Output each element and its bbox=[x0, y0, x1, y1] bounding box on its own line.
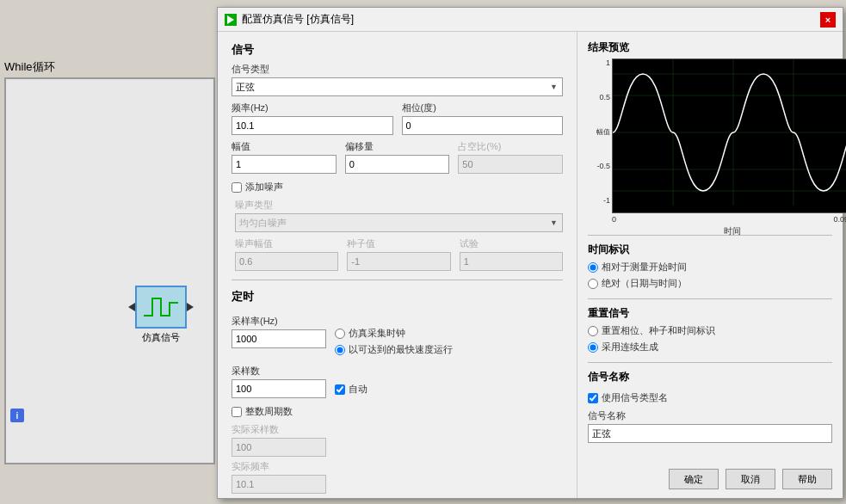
chart-svg bbox=[613, 59, 846, 206]
info-icon[interactable]: i bbox=[10, 409, 24, 422]
phase-input[interactable] bbox=[402, 116, 564, 135]
integer-periods-checkbox[interactable] bbox=[232, 407, 242, 417]
cancel-button[interactable]: 取消 bbox=[726, 469, 775, 489]
seed-col: 种子值 bbox=[347, 232, 450, 271]
dialog-body: 信号 信号类型 正弦 频率(Hz) 相位(度) 幅值 bbox=[218, 32, 843, 498]
trial-label: 试验 bbox=[460, 237, 563, 250]
amplitude-label: 幅值 bbox=[232, 140, 337, 153]
phase-label: 相位(度) bbox=[402, 101, 564, 114]
dialog-title: 配置仿真信号 [仿真信号] bbox=[242, 12, 354, 27]
actual-samples-label: 实际采样数 bbox=[232, 423, 563, 436]
sim-clock-label: 仿真采集时钟 bbox=[349, 327, 405, 340]
sample-count-input[interactable] bbox=[232, 379, 326, 398]
time-rel-radio[interactable] bbox=[588, 262, 598, 273]
dialog-footer: 确定 取消 帮助 bbox=[669, 469, 832, 489]
actual-params-section: 实际采样数 实际频率 bbox=[232, 423, 563, 494]
sim-clock-radio[interactable] bbox=[335, 329, 345, 339]
auto-checkbox[interactable] bbox=[335, 384, 345, 395]
chart-outer: 1 0.5 幅值 -0.5 -1 bbox=[612, 58, 846, 226]
add-noise-label: 添加噪声 bbox=[245, 181, 283, 194]
signal-type-select[interactable]: 正弦 bbox=[232, 77, 563, 96]
fastest-row[interactable]: 以可达到的最快速度运行 bbox=[335, 343, 563, 356]
signal-name-section: 信号名称 使用信号类型名 信号名称 bbox=[588, 362, 832, 443]
sample-rate-col: 采样率(Hz) bbox=[232, 310, 326, 356]
use-type-name-row[interactable]: 使用信号类型名 bbox=[588, 391, 832, 404]
time-rel-label: 相对于测量开始时间 bbox=[602, 261, 687, 274]
samples-auto-row: 采样数 自动 bbox=[232, 360, 563, 398]
auto-label: 自动 bbox=[349, 383, 367, 396]
help-button[interactable]: 帮助 bbox=[782, 469, 832, 489]
sample-count-label: 采样数 bbox=[232, 365, 326, 378]
y-label-neg1: -1 bbox=[590, 196, 610, 205]
signal-arrow-right bbox=[187, 303, 194, 311]
signal-name-title: 信号名称 bbox=[588, 370, 832, 384]
dialog-titlebar: 配置仿真信号 [仿真信号] × bbox=[218, 8, 843, 32]
trial-col: 试验 bbox=[460, 232, 563, 271]
repeat-phase-row[interactable]: 重置相位、种子和时间标识 bbox=[588, 324, 832, 337]
signal-name-input[interactable] bbox=[588, 424, 832, 443]
x-label-end: 0.099 bbox=[833, 215, 846, 224]
close-button[interactable]: × bbox=[820, 12, 836, 28]
preview-title: 结果预览 bbox=[588, 40, 832, 55]
signal-section-title: 信号 bbox=[232, 42, 563, 58]
duty-col: 占空比(%) bbox=[458, 135, 563, 174]
add-noise-checkbox[interactable] bbox=[232, 182, 242, 193]
repeat-cont-row[interactable]: 采用连续生成 bbox=[588, 341, 832, 353]
repeat-cont-label: 采用连续生成 bbox=[602, 341, 658, 353]
time-abs-label: 绝对（日期与时间） bbox=[602, 277, 687, 290]
signal-type-wrapper[interactable]: 正弦 bbox=[232, 77, 563, 96]
integer-periods-row[interactable]: 整数周期数 bbox=[232, 405, 563, 418]
y-label-05: 0.5 bbox=[590, 93, 610, 101]
auto-row[interactable]: 自动 bbox=[335, 383, 367, 396]
noise-type-label: 噪声类型 bbox=[235, 199, 563, 212]
timing-radios: 仿真采集时钟 以可达到的最快速度运行 bbox=[335, 310, 563, 356]
confirm-button[interactable]: 确定 bbox=[669, 469, 719, 489]
amplitude-input[interactable] bbox=[232, 155, 337, 174]
time-id-title: 时间标识 bbox=[588, 243, 832, 257]
auto-checkbox-wrapper[interactable]: 自动 bbox=[335, 362, 367, 396]
repeat-cont-radio[interactable] bbox=[588, 342, 598, 353]
offset-label: 偏移量 bbox=[345, 140, 450, 153]
trial-input bbox=[460, 252, 563, 271]
x-label-start: 0 bbox=[612, 215, 616, 224]
noise-amp-col: 噪声幅值 bbox=[235, 232, 338, 271]
duty-input bbox=[458, 155, 563, 174]
phase-col: 相位(度) bbox=[402, 96, 564, 135]
sample-rate-input[interactable] bbox=[232, 329, 326, 348]
seed-input bbox=[347, 252, 450, 271]
chart-y-labels: 1 0.5 幅值 -0.5 -1 bbox=[590, 58, 610, 205]
sample-rate-label: 采样率(Hz) bbox=[232, 315, 326, 328]
amp-offset-duty-row: 幅值 偏移量 占空比(%) bbox=[232, 135, 563, 174]
time-abs-row[interactable]: 绝对（日期与时间） bbox=[588, 277, 832, 290]
offset-col: 偏移量 bbox=[345, 135, 450, 174]
offset-input[interactable] bbox=[345, 155, 450, 174]
freq-phase-row: 频率(Hz) 相位(度) bbox=[232, 96, 563, 135]
freq-label: 频率(Hz) bbox=[232, 101, 393, 114]
use-type-name-checkbox[interactable] bbox=[588, 393, 598, 403]
fastest-radio[interactable] bbox=[335, 345, 345, 355]
time-abs-radio[interactable] bbox=[588, 279, 598, 289]
timing-section-title: 定时 bbox=[232, 289, 563, 304]
use-type-name-label: 使用信号类型名 bbox=[602, 391, 668, 404]
preview-section: 结果预览 1 0.5 幅值 -0.5 -1 bbox=[588, 40, 832, 226]
time-rel-row[interactable]: 相对于测量开始时间 bbox=[588, 261, 832, 274]
noise-amp-input bbox=[235, 252, 338, 271]
sim-signal-block[interactable]: 仿真信号 bbox=[127, 286, 195, 344]
chart-container bbox=[612, 58, 846, 213]
sim-clock-row[interactable]: 仿真采集时钟 bbox=[335, 327, 563, 340]
add-noise-row[interactable]: 添加噪声 bbox=[232, 181, 563, 194]
while-loop-box: 仿真信号 bbox=[4, 77, 215, 464]
repeat-phase-label: 重置相位、种子和时间标识 bbox=[602, 324, 715, 337]
timing-main-row: 采样率(Hz) 仿真采集时钟 以可达到的最快速度运行 bbox=[232, 310, 563, 356]
left-panel: 信号 信号类型 正弦 频率(Hz) 相位(度) 幅值 bbox=[218, 32, 577, 498]
signal-type-label: 信号类型 bbox=[232, 63, 563, 76]
noise-type-wrapper: 均匀白噪声 bbox=[235, 213, 563, 232]
chart-x-axis-label: 时间 bbox=[612, 225, 846, 237]
chart-x-labels: 0 0.099 bbox=[612, 215, 846, 224]
y-label-0: 幅值 bbox=[590, 127, 610, 137]
actual-samples-input bbox=[232, 438, 326, 457]
freq-input[interactable] bbox=[232, 116, 393, 135]
repeat-phase-radio[interactable] bbox=[588, 326, 598, 336]
noise-params-row: 噪声幅值 种子值 试验 bbox=[235, 232, 563, 271]
sim-signal-label: 仿真信号 bbox=[127, 331, 195, 344]
